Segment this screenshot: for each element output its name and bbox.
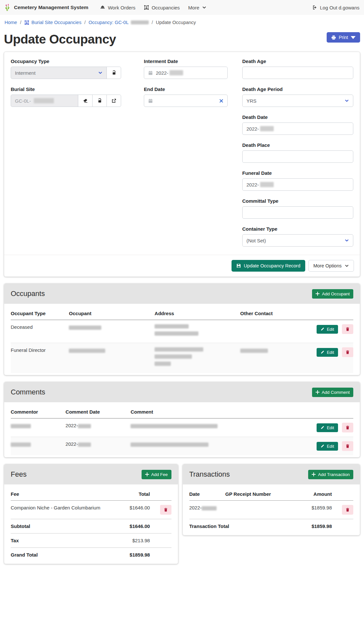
burial-site-clear-button[interactable] bbox=[78, 95, 93, 107]
print-button[interactable]: Print bbox=[327, 32, 360, 43]
interment-date-label: Interment Date bbox=[144, 58, 228, 64]
fees-table: Fee Total Companion Niche - Garden Colum… bbox=[11, 487, 171, 562]
transactions-title: Transactions bbox=[189, 470, 230, 479]
chevron-down-icon bbox=[345, 98, 349, 103]
occupancy-type-label: Occupancy Type bbox=[11, 58, 121, 64]
plus-icon bbox=[316, 292, 320, 296]
transaction-total-row: Transaction Total $1859.98 bbox=[189, 519, 353, 533]
nav-occupancies[interactable]: Occupancies bbox=[144, 5, 180, 10]
chevron-down-icon bbox=[345, 264, 349, 268]
breadcrumb: Home / Burial Site Occupancies / Occupan… bbox=[0, 15, 364, 26]
breadcrumb-separator: / bbox=[84, 20, 86, 25]
burial-site-label: Burial Site bbox=[11, 86, 121, 92]
comment-row: 2022- Edit bbox=[11, 437, 353, 456]
breadcrumb-burial-site-occupancies[interactable]: Burial Site Occupancies bbox=[24, 20, 82, 25]
redacted-text bbox=[78, 424, 91, 428]
chevron-down-icon bbox=[345, 238, 349, 243]
redacted-text bbox=[69, 349, 105, 353]
caret-down-icon bbox=[351, 35, 356, 40]
burial-site-unlock-button[interactable] bbox=[92, 95, 107, 107]
burial-site-open-link-button[interactable] bbox=[107, 95, 121, 107]
trash-icon bbox=[164, 508, 168, 512]
end-date-input[interactable] bbox=[144, 95, 228, 107]
add-transaction-button[interactable]: Add Transaction bbox=[308, 470, 353, 479]
fees-title: Fees bbox=[11, 470, 27, 479]
redacted-text bbox=[131, 424, 218, 428]
redacted-text bbox=[11, 424, 31, 428]
add-comment-button[interactable]: Add Comment bbox=[312, 388, 353, 397]
occupancy-type-unlock-button[interactable] bbox=[107, 67, 121, 79]
add-occupant-button[interactable]: Add Occupant bbox=[312, 289, 353, 299]
fees-tax-row: Tax $213.98 bbox=[11, 533, 171, 548]
occupant-row: Funeral Director Edit bbox=[11, 343, 353, 373]
pencil-icon bbox=[320, 426, 324, 430]
breadcrumb-home[interactable]: Home bbox=[5, 20, 17, 25]
nav-work-orders[interactable]: Work Orders bbox=[100, 5, 135, 10]
top-navbar: Cemetery Management System Work Orders O… bbox=[0, 0, 364, 15]
redacted-text bbox=[155, 331, 198, 336]
plus-icon bbox=[316, 390, 320, 394]
breadcrumb-separator: / bbox=[152, 20, 153, 25]
delete-occupant-button[interactable] bbox=[342, 347, 353, 357]
edit-comment-button[interactable]: Edit bbox=[317, 423, 338, 432]
occupancy-form-card: Occupancy Type Interment Burial Site bbox=[4, 52, 360, 277]
calendar-icon bbox=[148, 98, 153, 103]
end-date-clear-button[interactable] bbox=[219, 99, 223, 103]
death-age-period-select[interactable]: YRS bbox=[242, 95, 353, 107]
redacted-text bbox=[155, 362, 171, 366]
redacted-text bbox=[69, 326, 101, 330]
pencil-icon bbox=[320, 350, 324, 354]
redacted-text bbox=[78, 443, 91, 447]
redacted-text bbox=[131, 443, 208, 447]
committal-type-input[interactable] bbox=[242, 206, 353, 219]
delete-transaction-button[interactable] bbox=[342, 505, 353, 515]
printer-icon bbox=[331, 35, 336, 40]
trash-icon bbox=[345, 350, 350, 354]
occupancy-type-select[interactable]: Interment bbox=[11, 67, 107, 79]
burial-site-input[interactable]: GC-0L- bbox=[11, 95, 78, 107]
edit-occupant-button[interactable]: Edit bbox=[317, 348, 338, 357]
transaction-row: 2022- $1859.98 bbox=[189, 501, 353, 519]
occupants-table: Occupant Type Occupant Address Other Con… bbox=[11, 306, 353, 373]
redacted-text bbox=[155, 347, 203, 352]
edit-comment-button[interactable]: Edit bbox=[317, 442, 338, 451]
breadcrumb-separator: / bbox=[20, 20, 21, 25]
update-occupancy-record-button[interactable]: Update Occupancy Record bbox=[232, 260, 305, 272]
logout-link[interactable]: Log Out d.gowans bbox=[312, 5, 359, 10]
end-date-label: End Date bbox=[144, 86, 228, 92]
transactions-card: Transactions Add Transaction Date GP Rec… bbox=[182, 464, 360, 535]
redacted-text bbox=[260, 182, 274, 187]
death-age-label: Death Age bbox=[242, 58, 353, 64]
occupant-row: Deceased Edit bbox=[11, 320, 353, 343]
add-fee-button[interactable]: Add Fee bbox=[142, 470, 171, 479]
redacted-text bbox=[169, 70, 183, 75]
fee-row: Companion Niche - Garden Columbarium $16… bbox=[11, 501, 171, 519]
death-age-input[interactable] bbox=[242, 67, 353, 79]
occupants-card: Occupants Add Occupant Occupant Type Occ… bbox=[4, 283, 360, 375]
trash-icon bbox=[345, 327, 350, 331]
edit-occupant-button[interactable]: Edit bbox=[317, 325, 338, 334]
funeral-date-input[interactable]: 2022- bbox=[242, 178, 353, 191]
lock-open-icon bbox=[111, 70, 117, 75]
death-place-input[interactable] bbox=[242, 150, 353, 163]
delete-comment-button[interactable] bbox=[342, 441, 353, 451]
nav-more[interactable]: More bbox=[188, 5, 207, 10]
committal-type-label: Committal Type bbox=[242, 198, 353, 204]
tulip-logo-icon bbox=[5, 3, 11, 12]
delete-occupant-button[interactable] bbox=[342, 324, 353, 334]
more-options-button[interactable]: More Options bbox=[308, 260, 354, 272]
death-place-label: Death Place bbox=[242, 142, 353, 148]
fees-card: Fees Add Fee Fee Total bbox=[4, 464, 178, 564]
interment-date-input[interactable]: 2022- bbox=[144, 67, 228, 79]
brand[interactable]: Cemetery Management System bbox=[5, 3, 88, 12]
death-date-label: Death Date bbox=[242, 114, 353, 120]
delete-fee-button[interactable] bbox=[160, 505, 171, 515]
occupant-frame-icon bbox=[144, 5, 149, 10]
brand-title: Cemetery Management System bbox=[14, 5, 88, 10]
pencil-icon bbox=[320, 444, 324, 448]
death-date-input[interactable]: 2022- bbox=[242, 122, 353, 135]
external-link-icon bbox=[111, 98, 117, 103]
delete-comment-button[interactable] bbox=[342, 423, 353, 432]
breadcrumb-occupancy[interactable]: Occupancy: GC-0L bbox=[89, 20, 149, 25]
container-type-select[interactable]: (Not Set) bbox=[242, 234, 353, 247]
